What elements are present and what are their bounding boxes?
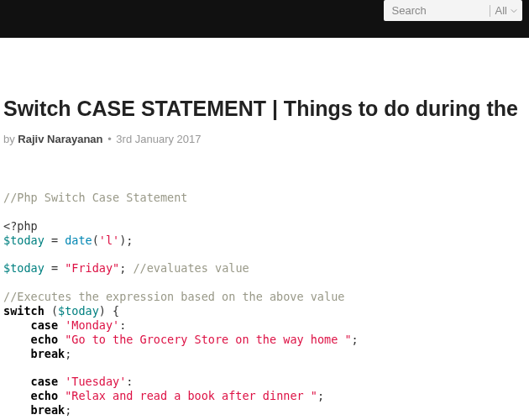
code-punct: ) { [99,304,119,318]
code-comment: //evaluates value [133,261,249,275]
code-keyword: switch [3,304,45,318]
post-meta: by Rajiv Narayanan • 3rd January 2017 [3,133,529,145]
code-block: //Php Switch Case Statement <?php $today… [3,191,529,417]
code-punct: : [119,318,126,332]
code-var: $today [3,234,45,247]
code-comment: //Executes the expression based on the a… [3,290,344,303]
post-author[interactable]: Rajiv Narayanan [18,133,102,145]
code-punct: ; [65,347,71,360]
code-punct: : [126,375,133,388]
code-punct: ); [119,234,133,247]
code-space [58,333,65,346]
search-input[interactable] [384,1,484,20]
code-keyword: echo [31,333,59,346]
code-string: "Go to the Grocery Store on the way home… [65,333,351,346]
meta-separator: • [107,133,112,145]
search-divider [490,5,490,17]
code-keyword: echo [31,389,59,402]
code-punct: ; [352,333,359,346]
code-comment: //Php Switch Case Statement [3,191,187,204]
code-string: 'l' [99,234,119,247]
code-keyword: break [31,403,65,417]
code-op: = [45,261,65,275]
code-keyword: case [31,375,59,388]
code-punct: ; [119,261,133,275]
code-punct: ( [92,234,99,247]
code-punct: ; [317,389,324,402]
top-header: All [0,0,529,38]
code-space [58,318,65,332]
code-var: $today [58,304,99,318]
search-box: All [384,0,522,21]
code-var: $today [3,261,45,275]
code-punct: ( [45,304,58,318]
post-content: Switch CASE STATEMENT | Things to do dur… [0,97,529,417]
code-func: date [65,234,92,247]
code-string: 'Tuesday' [65,375,126,388]
code-string: "Relax and read a book after dinner " [65,389,317,402]
chevron-down-icon [511,8,517,14]
spacer [0,38,529,97]
code-text: <?php [3,219,38,233]
code-keyword: break [31,347,65,360]
post-title: Switch CASE STATEMENT | Things to do dur… [3,97,529,121]
by-label: by [3,133,15,145]
code-string: 'Monday' [65,318,119,332]
search-filter-label: All [495,4,507,17]
search-filter-dropdown[interactable]: All [495,4,522,17]
code-punct: ; [65,403,71,417]
post-date: 3rd January 2017 [116,133,201,145]
code-string: "Friday" [65,261,119,275]
code-space [58,375,65,388]
code-op: = [45,234,65,247]
code-space [58,389,65,402]
code-keyword: case [31,318,59,332]
